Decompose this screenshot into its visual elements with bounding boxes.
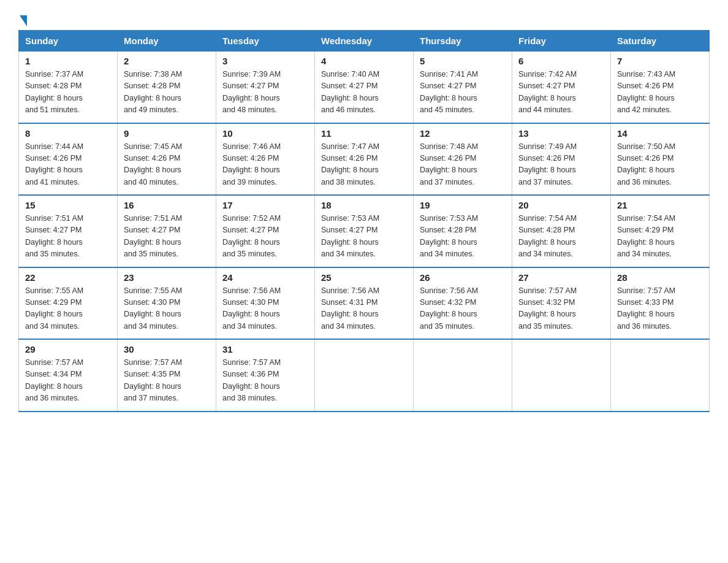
calendar-cell — [414, 339, 512, 412]
calendar-cell: 15 Sunrise: 7:51 AM Sunset: 4:27 PM Dayl… — [19, 195, 118, 267]
day-number: 10 — [222, 128, 308, 139]
calendar-cell: 27 Sunrise: 7:57 AM Sunset: 4:32 PM Dayl… — [512, 267, 611, 340]
calendar-cell: 8 Sunrise: 7:44 AM Sunset: 4:26 PM Dayli… — [19, 123, 118, 196]
calendar-cell: 25 Sunrise: 7:56 AM Sunset: 4:31 PM Dayl… — [315, 267, 414, 340]
logo-arrow-icon — [20, 15, 27, 26]
day-number: 15 — [25, 200, 111, 210]
day-number: 31 — [222, 344, 308, 354]
day-number: 12 — [420, 128, 506, 139]
day-info: Sunrise: 7:54 AM Sunset: 4:28 PM Dayligh… — [518, 213, 604, 261]
day-info: Sunrise: 7:44 AM Sunset: 4:26 PM Dayligh… — [25, 141, 111, 189]
day-info: Sunrise: 7:41 AM Sunset: 4:27 PM Dayligh… — [420, 69, 506, 117]
day-info: Sunrise: 7:39 AM Sunset: 4:27 PM Dayligh… — [222, 69, 308, 117]
day-number: 5 — [420, 56, 506, 66]
day-number: 3 — [222, 56, 308, 66]
calendar-week-row: 8 Sunrise: 7:44 AM Sunset: 4:26 PM Dayli… — [19, 123, 710, 196]
day-number: 14 — [617, 128, 703, 139]
day-info: Sunrise: 7:38 AM Sunset: 4:28 PM Dayligh… — [124, 69, 210, 117]
day-number: 28 — [617, 272, 703, 283]
calendar-cell: 14 Sunrise: 7:50 AM Sunset: 4:26 PM Dayl… — [611, 123, 710, 196]
day-info: Sunrise: 7:40 AM Sunset: 4:27 PM Dayligh… — [321, 69, 407, 117]
calendar-cell: 12 Sunrise: 7:48 AM Sunset: 4:26 PM Dayl… — [414, 123, 512, 196]
calendar-cell: 28 Sunrise: 7:57 AM Sunset: 4:33 PM Dayl… — [611, 267, 710, 340]
day-info: Sunrise: 7:53 AM Sunset: 4:28 PM Dayligh… — [420, 213, 506, 261]
day-info: Sunrise: 7:37 AM Sunset: 4:28 PM Dayligh… — [25, 69, 111, 117]
calendar-cell: 7 Sunrise: 7:43 AM Sunset: 4:26 PM Dayli… — [611, 52, 710, 123]
day-info: Sunrise: 7:46 AM Sunset: 4:26 PM Dayligh… — [222, 141, 308, 189]
column-header-monday: Monday — [118, 31, 216, 52]
calendar-cell: 13 Sunrise: 7:49 AM Sunset: 4:26 PM Dayl… — [512, 123, 611, 196]
calendar-cell: 10 Sunrise: 7:46 AM Sunset: 4:26 PM Dayl… — [216, 123, 315, 196]
day-number: 18 — [321, 200, 407, 210]
calendar-cell: 29 Sunrise: 7:57 AM Sunset: 4:34 PM Dayl… — [19, 339, 118, 412]
day-info: Sunrise: 7:57 AM Sunset: 4:36 PM Dayligh… — [222, 357, 308, 405]
calendar-cell: 21 Sunrise: 7:54 AM Sunset: 4:29 PM Dayl… — [611, 195, 710, 267]
calendar-cell: 31 Sunrise: 7:57 AM Sunset: 4:36 PM Dayl… — [216, 339, 315, 412]
day-info: Sunrise: 7:56 AM Sunset: 4:32 PM Dayligh… — [420, 285, 506, 333]
day-number: 20 — [518, 200, 604, 210]
calendar-cell: 6 Sunrise: 7:42 AM Sunset: 4:27 PM Dayli… — [512, 52, 611, 123]
calendar-week-row: 22 Sunrise: 7:55 AM Sunset: 4:29 PM Dayl… — [19, 267, 710, 340]
day-number: 11 — [321, 128, 407, 139]
day-info: Sunrise: 7:55 AM Sunset: 4:29 PM Dayligh… — [25, 285, 111, 333]
day-info: Sunrise: 7:56 AM Sunset: 4:31 PM Dayligh… — [321, 285, 407, 333]
calendar-cell: 5 Sunrise: 7:41 AM Sunset: 4:27 PM Dayli… — [414, 52, 512, 123]
day-info: Sunrise: 7:53 AM Sunset: 4:27 PM Dayligh… — [321, 213, 407, 261]
day-number: 21 — [617, 200, 703, 210]
day-number: 30 — [124, 344, 210, 354]
day-info: Sunrise: 7:42 AM Sunset: 4:27 PM Dayligh… — [518, 69, 604, 117]
calendar-cell: 26 Sunrise: 7:56 AM Sunset: 4:32 PM Dayl… — [414, 267, 512, 340]
day-number: 1 — [25, 56, 111, 66]
day-number: 8 — [25, 128, 111, 139]
day-number: 25 — [321, 272, 407, 283]
page-header — [18, 12, 710, 24]
calendar-week-row: 29 Sunrise: 7:57 AM Sunset: 4:34 PM Dayl… — [19, 339, 710, 412]
day-info: Sunrise: 7:45 AM Sunset: 4:26 PM Dayligh… — [124, 141, 210, 189]
day-info: Sunrise: 7:52 AM Sunset: 4:27 PM Dayligh… — [222, 213, 308, 261]
column-header-tuesday: Tuesday — [216, 31, 315, 52]
calendar-cell: 22 Sunrise: 7:55 AM Sunset: 4:29 PM Dayl… — [19, 267, 118, 340]
column-header-saturday: Saturday — [611, 31, 710, 52]
day-info: Sunrise: 7:51 AM Sunset: 4:27 PM Dayligh… — [124, 213, 210, 261]
day-number: 9 — [124, 128, 210, 139]
day-info: Sunrise: 7:55 AM Sunset: 4:30 PM Dayligh… — [124, 285, 210, 333]
day-info: Sunrise: 7:54 AM Sunset: 4:29 PM Dayligh… — [617, 213, 703, 261]
calendar-cell: 16 Sunrise: 7:51 AM Sunset: 4:27 PM Dayl… — [118, 195, 216, 267]
day-number: 17 — [222, 200, 308, 210]
calendar-header-row: SundayMondayTuesdayWednesdayThursdayFrid… — [19, 31, 710, 52]
day-number: 4 — [321, 56, 407, 66]
day-number: 29 — [25, 344, 111, 354]
day-number: 6 — [518, 56, 604, 66]
day-info: Sunrise: 7:48 AM Sunset: 4:26 PM Dayligh… — [420, 141, 506, 189]
calendar-week-row: 1 Sunrise: 7:37 AM Sunset: 4:28 PM Dayli… — [19, 52, 710, 123]
calendar-cell: 18 Sunrise: 7:53 AM Sunset: 4:27 PM Dayl… — [315, 195, 414, 267]
calendar-cell: 3 Sunrise: 7:39 AM Sunset: 4:27 PM Dayli… — [216, 52, 315, 123]
calendar-week-row: 15 Sunrise: 7:51 AM Sunset: 4:27 PM Dayl… — [19, 195, 710, 267]
day-info: Sunrise: 7:57 AM Sunset: 4:35 PM Dayligh… — [124, 357, 210, 405]
calendar-cell: 17 Sunrise: 7:52 AM Sunset: 4:27 PM Dayl… — [216, 195, 315, 267]
day-number: 19 — [420, 200, 506, 210]
calendar-cell: 20 Sunrise: 7:54 AM Sunset: 4:28 PM Dayl… — [512, 195, 611, 267]
day-number: 23 — [124, 272, 210, 283]
day-number: 26 — [420, 272, 506, 283]
calendar-cell: 4 Sunrise: 7:40 AM Sunset: 4:27 PM Dayli… — [315, 52, 414, 123]
column-header-thursday: Thursday — [414, 31, 512, 52]
calendar-cell — [315, 339, 414, 412]
day-info: Sunrise: 7:56 AM Sunset: 4:30 PM Dayligh… — [222, 285, 308, 333]
day-number: 27 — [518, 272, 604, 283]
column-header-wednesday: Wednesday — [315, 31, 414, 52]
day-number: 2 — [124, 56, 210, 66]
calendar-cell: 2 Sunrise: 7:38 AM Sunset: 4:28 PM Dayli… — [118, 52, 216, 123]
day-info: Sunrise: 7:50 AM Sunset: 4:26 PM Dayligh… — [617, 141, 703, 189]
day-number: 22 — [25, 272, 111, 283]
calendar-cell — [611, 339, 710, 412]
day-number: 16 — [124, 200, 210, 210]
day-info: Sunrise: 7:57 AM Sunset: 4:32 PM Dayligh… — [518, 285, 604, 333]
day-info: Sunrise: 7:57 AM Sunset: 4:33 PM Dayligh… — [617, 285, 703, 333]
logo — [18, 12, 28, 24]
calendar-cell: 24 Sunrise: 7:56 AM Sunset: 4:30 PM Dayl… — [216, 267, 315, 340]
day-number: 13 — [518, 128, 604, 139]
day-info: Sunrise: 7:47 AM Sunset: 4:26 PM Dayligh… — [321, 141, 407, 189]
column-header-sunday: Sunday — [19, 31, 118, 52]
column-header-friday: Friday — [512, 31, 611, 52]
